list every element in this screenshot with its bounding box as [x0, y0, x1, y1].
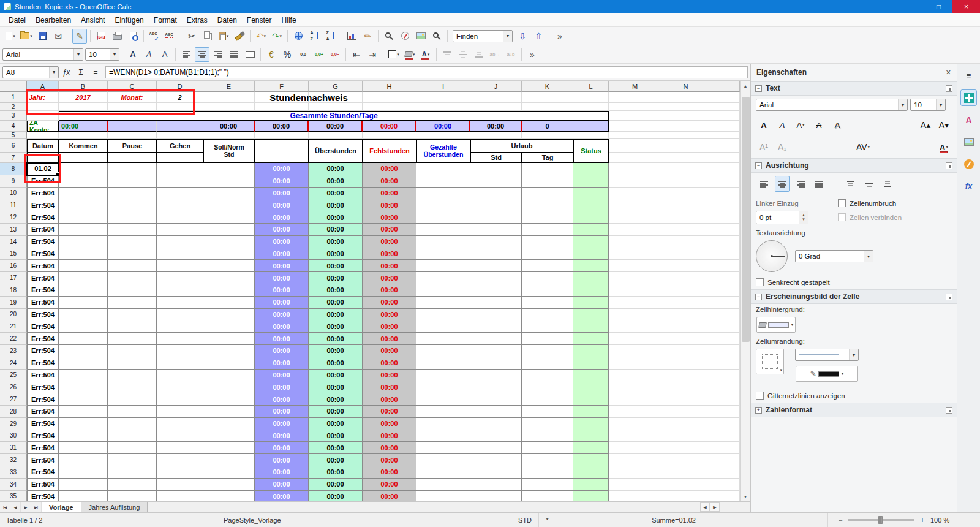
cell-M12[interactable]	[609, 211, 662, 224]
cell-F21[interactable]: 00:00	[255, 320, 309, 333]
cell-L28[interactable]	[573, 406, 609, 418]
edit-mode-button[interactable]: ✎	[72, 29, 87, 44]
cell-N18[interactable]	[662, 284, 710, 297]
cell-A35[interactable]: Err:504	[27, 491, 59, 501]
row-header-23[interactable]: 23	[0, 345, 27, 357]
cell-B16[interactable]	[59, 260, 108, 272]
cell-G20[interactable]: 00:00	[309, 309, 363, 321]
cell-J32[interactable]	[470, 454, 522, 466]
font-color-button[interactable]: A▾	[418, 47, 433, 62]
cell-L16[interactable]	[573, 260, 609, 272]
cell-J4[interactable]: 00:00	[470, 121, 522, 132]
cell-H12[interactable]: 00:00	[363, 211, 417, 224]
cell-L9[interactable]	[573, 175, 609, 188]
cell-N31[interactable]	[662, 442, 710, 454]
cell-L31[interactable]	[573, 442, 609, 454]
cell-M5[interactable]	[609, 132, 662, 139]
cell-H13[interactable]: 00:00	[363, 224, 417, 236]
cell-G13[interactable]: 00:00	[309, 224, 363, 236]
cell-N26[interactable]	[662, 381, 710, 393]
tab-gallery[interactable]	[960, 134, 977, 150]
cell-I24[interactable]	[417, 357, 470, 370]
cell-E35[interactable]	[203, 491, 255, 501]
row-header-27[interactable]: 27	[0, 393, 27, 406]
cell-E2[interactable]	[203, 103, 255, 111]
cell-B35[interactable]	[59, 491, 108, 501]
cell-C4[interactable]	[108, 121, 157, 132]
row-header-8[interactable]: 8	[0, 163, 27, 175]
section-text-header[interactable]: − Text	[751, 81, 957, 96]
cell-H25[interactable]: 00:00	[363, 370, 417, 382]
cell-N29[interactable]	[662, 418, 710, 430]
expand-icon[interactable]: +	[755, 407, 762, 414]
collapse-icon[interactable]: −	[755, 85, 762, 92]
menu-ansicht[interactable]: Ansicht	[76, 14, 110, 26]
cell-M1[interactable]	[609, 92, 662, 103]
cell-L30[interactable]	[573, 430, 609, 442]
character-spacing-button[interactable]: AV▾	[856, 139, 870, 155]
cell-M15[interactable]	[609, 248, 662, 260]
cell-N1[interactable]	[662, 92, 710, 103]
cell-M3[interactable]	[609, 111, 662, 121]
cell-B4[interactable]: 00:00	[59, 121, 108, 132]
cell-B17[interactable]	[59, 272, 108, 284]
cell-I16[interactable]	[417, 260, 470, 272]
cell-I26[interactable]	[417, 381, 470, 393]
background-color-button[interactable]: ▾	[402, 47, 417, 62]
cell-K22[interactable]	[522, 333, 573, 345]
row-header-25[interactable]: 25	[0, 370, 27, 382]
row-header-4[interactable]: 4	[0, 121, 27, 132]
cell-H21[interactable]: 00:00	[363, 320, 417, 333]
cell-H22[interactable]: 00:00	[363, 333, 417, 345]
row-header-22[interactable]: 22	[0, 333, 27, 345]
cell-E31[interactable]	[203, 442, 255, 454]
cell-M18[interactable]	[609, 284, 662, 297]
cell-A26[interactable]: Err:504	[27, 381, 59, 393]
cell-A23[interactable]: Err:504	[27, 345, 59, 357]
cell-J17[interactable]	[470, 272, 522, 284]
print-button[interactable]	[110, 29, 124, 44]
sidebar-shadow-button[interactable]: A	[830, 117, 845, 133]
cell-F33[interactable]: 00:00	[255, 466, 309, 479]
cell-N11[interactable]	[662, 199, 710, 211]
cell-B26[interactable]	[59, 381, 108, 393]
cell-K26[interactable]	[522, 381, 573, 393]
cell-A25[interactable]: Err:504	[27, 370, 59, 382]
cell-H8[interactable]: 00:00	[363, 163, 417, 175]
cell-I31[interactable]	[417, 442, 470, 454]
cell-D10[interactable]	[157, 188, 203, 200]
page-preview-button[interactable]	[126, 29, 140, 44]
cell-N10[interactable]	[662, 188, 710, 200]
row-header-10[interactable]: 10	[0, 188, 27, 200]
cell-F27[interactable]: 00:00	[255, 393, 309, 406]
cell-L4[interactable]	[573, 121, 609, 132]
cell-L22[interactable]	[573, 333, 609, 345]
cell-E26[interactable]	[203, 381, 255, 393]
undo-button[interactable]: ↶▾	[254, 29, 268, 44]
cell-F12[interactable]: 00:00	[255, 211, 309, 224]
cell-C34[interactable]	[108, 479, 157, 491]
cell-H1[interactable]	[363, 92, 417, 103]
cell-J34[interactable]	[470, 479, 522, 491]
new-document-button[interactable]: ▾	[3, 29, 18, 44]
cell-L10[interactable]	[573, 188, 609, 200]
sum-button[interactable]: Σ	[74, 66, 88, 78]
cell-M8[interactable]	[609, 163, 662, 175]
cell-H14[interactable]: 00:00	[363, 236, 417, 248]
cell-J12[interactable]	[470, 211, 522, 224]
cell-D15[interactable]	[157, 248, 203, 260]
cell-G4[interactable]: 00:00	[309, 121, 363, 132]
cell-J21[interactable]	[470, 320, 522, 333]
decrease-indent-button[interactable]: ⇤	[349, 47, 364, 62]
cell-F22[interactable]: 00:00	[255, 333, 309, 345]
sum-display[interactable]: Summe=01.02	[556, 513, 828, 527]
vertical-scrollbar[interactable]: ▲ ▼	[740, 81, 750, 501]
cell-D27[interactable]	[157, 393, 203, 406]
cell-F29[interactable]: 00:00	[255, 418, 309, 430]
cell-D25[interactable]	[157, 370, 203, 382]
cell-J24[interactable]	[470, 357, 522, 370]
cell-G33[interactable]: 00:00	[309, 466, 363, 479]
page-style-info[interactable]: PageStyle_Vorlage	[217, 513, 511, 527]
cell-M30[interactable]	[609, 430, 662, 442]
cell-I25[interactable]	[417, 370, 470, 382]
